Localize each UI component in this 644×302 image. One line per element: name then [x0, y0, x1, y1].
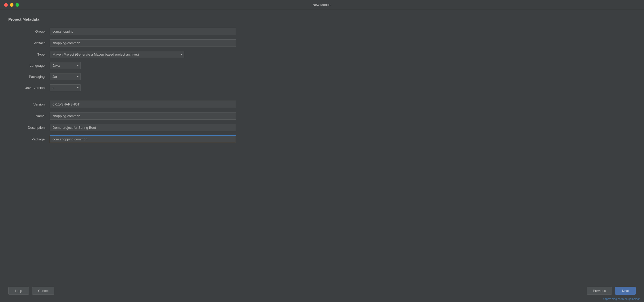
java-version-select-wrapper: 8 11 17 [50, 84, 81, 91]
name-row: Name: [8, 112, 636, 120]
window-title: New Module [313, 3, 331, 7]
packaging-row: Packaging: Jar War [8, 73, 636, 80]
bottom-right-buttons: Previous Next [587, 287, 636, 295]
section-title: Project Metadata [8, 17, 636, 21]
description-row: Description: [8, 124, 636, 131]
name-input[interactable] [50, 112, 236, 120]
next-button[interactable]: Next [615, 287, 636, 295]
type-row: Type: Maven Project (Generate a Maven ba… [8, 51, 636, 58]
type-select[interactable]: Maven Project (Generate a Maven based pr… [50, 51, 184, 58]
group-label: Group: [8, 29, 50, 33]
traffic-lights [4, 3, 19, 7]
package-row: Package: [8, 135, 636, 143]
group-input[interactable] [50, 28, 236, 35]
java-version-row: Java Version: 8 11 17 [8, 84, 636, 91]
minimize-button[interactable] [10, 3, 13, 7]
title-bar: New Module [0, 0, 644, 10]
packaging-label: Packaging: [8, 75, 50, 79]
package-label: Package: [8, 137, 50, 141]
help-button[interactable]: Help [8, 287, 29, 295]
artifact-input[interactable] [50, 39, 236, 47]
cancel-button[interactable]: Cancel [32, 287, 54, 295]
artifact-label: Artifact: [8, 41, 50, 45]
spacer [8, 95, 636, 101]
language-row: Language: Java Kotlin Groovy [8, 62, 636, 69]
packaging-select[interactable]: Jar War [50, 73, 81, 80]
description-label: Description: [8, 126, 50, 130]
watermark: https://blog.csdn.net/joinclear [603, 297, 640, 300]
group-row: Group: [8, 28, 636, 35]
description-input[interactable] [50, 124, 236, 131]
language-select-wrapper: Java Kotlin Groovy [50, 62, 81, 69]
flex-spacer [8, 156, 636, 284]
previous-button[interactable]: Previous [587, 287, 612, 295]
package-input[interactable] [50, 135, 236, 143]
maximize-button[interactable] [16, 3, 19, 7]
type-select-wrapper: Maven Project (Generate a Maven based pr… [50, 51, 184, 58]
java-version-label: Java Version: [8, 86, 50, 90]
artifact-row: Artifact: [8, 39, 636, 47]
type-label: Type: [8, 52, 50, 56]
version-input[interactable] [50, 101, 236, 108]
language-select[interactable]: Java Kotlin Groovy [50, 62, 81, 69]
language-label: Language: [8, 64, 50, 67]
packaging-select-wrapper: Jar War [50, 73, 81, 80]
java-version-select[interactable]: 8 11 17 [50, 84, 81, 91]
name-label: Name: [8, 114, 50, 118]
bottom-left-buttons: Help Cancel [8, 287, 54, 295]
close-button[interactable] [4, 3, 8, 7]
main-content: Project Metadata Group: Artifact: Type: … [0, 10, 644, 302]
version-label: Version: [8, 102, 50, 106]
version-row: Version: [8, 101, 636, 108]
form-area: Group: Artifact: Type: Maven Project (Ge… [8, 28, 636, 156]
bottom-bar: Help Cancel Previous Next [8, 284, 636, 297]
